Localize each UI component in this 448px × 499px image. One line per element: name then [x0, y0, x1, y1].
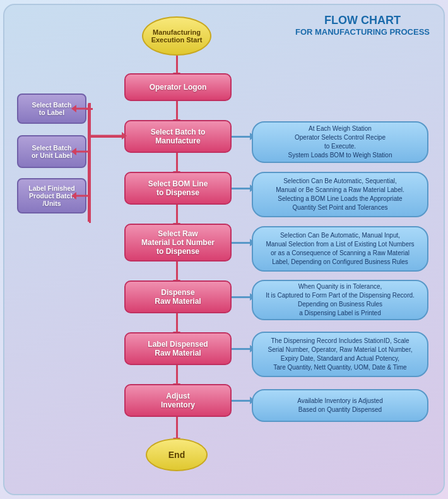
info-box-6: Available Inventory is Adjusted Based on…	[252, 389, 428, 422]
step6-box: Label Dispensed Raw Material	[124, 332, 232, 365]
info-box-3: Selection Can Be Automatic, Manual Input…	[252, 226, 428, 272]
h-arrow-info2	[232, 188, 251, 189]
title-area: FLOW CHART FOR MANUFACTURING PROCESS	[295, 14, 430, 37]
h-arrow-info5	[232, 348, 251, 350]
svg-marker-8	[122, 132, 127, 140]
arrow-step4-step5	[176, 262, 178, 280]
info-box-4: When Quanity is in Tolerance, It is Capt…	[252, 280, 428, 320]
step1-box: Operator Logon	[124, 73, 232, 101]
svg-marker-2	[71, 105, 76, 112]
title-main: FLOW CHART	[295, 14, 430, 27]
main-container: FLOW CHART FOR MANUFACTURING PROCESS Man…	[3, 4, 445, 495]
step7-box: Adjust Inventory	[124, 384, 232, 417]
arrow-step7-end	[176, 417, 178, 438]
arrow-step1-step2	[176, 101, 178, 120]
end-ellipse: End	[146, 438, 208, 471]
info-box-1: At Each Weigh Station Operator Selects C…	[252, 121, 428, 163]
arrow-start-step1	[176, 56, 178, 73]
step4-box: Select Raw Material Lot Number to Dispen…	[124, 224, 232, 262]
h-arrow-info3	[232, 242, 251, 244]
title-sub: FOR MANUFACTURING PROCESS	[295, 27, 430, 37]
step3-box: Select BOM Line to Dispense	[124, 172, 232, 205]
h-arrow-info6	[232, 400, 251, 402]
svg-marker-6	[71, 192, 76, 200]
step2-box: Select Batch to Manufacture	[124, 120, 232, 153]
svg-marker-4	[71, 148, 76, 155]
h-arrow-info4	[232, 296, 251, 298]
arrow-step5-step6	[176, 313, 178, 332]
info-box-5: The Dispensing Record Includes StationID…	[252, 332, 428, 377]
h-arrow-info1	[232, 136, 251, 138]
info-box-2: Selection Can Be Automatic, Sequential, …	[252, 172, 428, 217]
start-ellipse: Manufacturing Execution Start	[142, 16, 211, 56]
arrow-step2-step3	[176, 153, 178, 172]
arrow-step3-step4	[176, 205, 178, 224]
arrow-step6-step7	[176, 365, 178, 384]
left-arrows-svg	[16, 87, 128, 226]
step5-box: Dispense Raw Material	[124, 280, 232, 313]
